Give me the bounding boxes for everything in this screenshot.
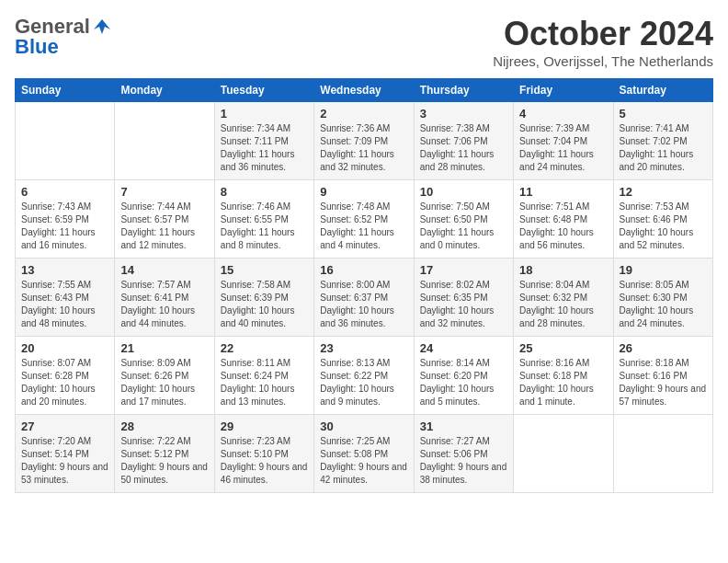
day-detail: Sunrise: 7:38 AM Sunset: 7:06 PM Dayligh… (420, 122, 507, 174)
calendar-cell: 17Sunrise: 8:02 AM Sunset: 6:35 PM Dayli… (414, 259, 513, 337)
weekday-header-row: SundayMondayTuesdayWednesdayThursdayFrid… (16, 79, 713, 102)
title-area: October 2024 Nijrees, Overijssel, The Ne… (493, 15, 713, 69)
calendar-cell: 16Sunrise: 8:00 AM Sunset: 6:37 PM Dayli… (314, 259, 414, 337)
weekday-header-wednesday: Wednesday (314, 79, 414, 102)
calendar-cell: 4Sunrise: 7:39 AM Sunset: 7:04 PM Daylig… (514, 102, 613, 180)
day-detail: Sunrise: 8:18 AM Sunset: 6:16 PM Dayligh… (620, 357, 707, 408)
day-number: 4 (519, 107, 607, 121)
day-number: 31 (420, 419, 507, 433)
weekday-header-monday: Monday (115, 79, 214, 102)
calendar-cell: 28Sunrise: 7:22 AM Sunset: 5:12 PM Dayli… (115, 415, 214, 493)
calendar-cell (613, 415, 712, 493)
header: General Blue October 2024 Nijrees, Overi… (15, 15, 713, 69)
day-number: 13 (21, 263, 108, 277)
day-number: 24 (420, 341, 507, 355)
day-number: 18 (519, 263, 607, 277)
calendar-cell: 10Sunrise: 7:50 AM Sunset: 6:50 PM Dayli… (414, 180, 513, 259)
day-detail: Sunrise: 8:02 AM Sunset: 6:35 PM Dayligh… (420, 279, 507, 330)
day-detail: Sunrise: 7:44 AM Sunset: 6:57 PM Dayligh… (120, 201, 208, 252)
calendar-week-row: 6Sunrise: 7:43 AM Sunset: 6:59 PM Daylig… (16, 180, 713, 259)
calendar-week-row: 20Sunrise: 8:07 AM Sunset: 6:28 PM Dayli… (16, 337, 713, 415)
calendar-cell: 25Sunrise: 8:16 AM Sunset: 6:18 PM Dayli… (514, 337, 613, 415)
day-number: 12 (620, 185, 707, 199)
calendar-cell: 2Sunrise: 7:36 AM Sunset: 7:09 PM Daylig… (314, 102, 414, 180)
weekday-header-tuesday: Tuesday (214, 79, 313, 102)
logo: General Blue (15, 15, 112, 59)
calendar-cell (115, 102, 214, 180)
day-number: 27 (21, 419, 108, 433)
day-detail: Sunrise: 7:27 AM Sunset: 5:06 PM Dayligh… (420, 435, 507, 487)
calendar-cell: 15Sunrise: 7:58 AM Sunset: 6:39 PM Dayli… (214, 259, 313, 337)
day-number: 22 (221, 341, 308, 355)
calendar-cell: 12Sunrise: 7:53 AM Sunset: 6:46 PM Dayli… (613, 180, 712, 259)
day-detail: Sunrise: 7:36 AM Sunset: 7:09 PM Dayligh… (320, 122, 407, 174)
day-detail: Sunrise: 8:00 AM Sunset: 6:37 PM Dayligh… (320, 279, 407, 330)
day-detail: Sunrise: 7:22 AM Sunset: 5:12 PM Dayligh… (120, 435, 208, 487)
logo-bird-icon (92, 17, 112, 37)
day-number: 8 (221, 185, 308, 199)
day-number: 11 (519, 185, 607, 199)
calendar-cell: 21Sunrise: 8:09 AM Sunset: 6:26 PM Dayli… (115, 337, 214, 415)
day-number: 1 (221, 107, 308, 121)
day-detail: Sunrise: 7:23 AM Sunset: 5:10 PM Dayligh… (221, 435, 308, 487)
day-detail: Sunrise: 7:41 AM Sunset: 7:02 PM Dayligh… (620, 122, 707, 174)
calendar-cell: 11Sunrise: 7:51 AM Sunset: 6:48 PM Dayli… (514, 180, 613, 259)
day-detail: Sunrise: 8:07 AM Sunset: 6:28 PM Dayligh… (21, 357, 108, 408)
calendar-cell: 7Sunrise: 7:44 AM Sunset: 6:57 PM Daylig… (115, 180, 214, 259)
day-number: 26 (620, 341, 707, 355)
day-number: 29 (221, 419, 308, 433)
day-detail: Sunrise: 7:57 AM Sunset: 6:41 PM Dayligh… (120, 279, 208, 330)
calendar-cell: 20Sunrise: 8:07 AM Sunset: 6:28 PM Dayli… (16, 337, 115, 415)
calendar-cell: 22Sunrise: 8:11 AM Sunset: 6:24 PM Dayli… (214, 337, 313, 415)
day-detail: Sunrise: 8:11 AM Sunset: 6:24 PM Dayligh… (221, 357, 308, 408)
day-detail: Sunrise: 7:55 AM Sunset: 6:43 PM Dayligh… (21, 279, 108, 330)
calendar-cell: 5Sunrise: 7:41 AM Sunset: 7:02 PM Daylig… (613, 102, 712, 180)
day-number: 19 (620, 263, 707, 277)
day-detail: Sunrise: 7:46 AM Sunset: 6:55 PM Dayligh… (221, 201, 308, 252)
calendar-cell: 29Sunrise: 7:23 AM Sunset: 5:10 PM Dayli… (214, 415, 313, 493)
calendar-cell: 27Sunrise: 7:20 AM Sunset: 5:14 PM Dayli… (16, 415, 115, 493)
day-detail: Sunrise: 7:20 AM Sunset: 5:14 PM Dayligh… (21, 435, 108, 487)
day-number: 9 (320, 185, 407, 199)
day-detail: Sunrise: 7:25 AM Sunset: 5:08 PM Dayligh… (320, 435, 407, 487)
calendar-cell: 8Sunrise: 7:46 AM Sunset: 6:55 PM Daylig… (214, 180, 313, 259)
day-detail: Sunrise: 7:43 AM Sunset: 6:59 PM Dayligh… (21, 201, 108, 252)
calendar-cell (16, 102, 115, 180)
day-detail: Sunrise: 8:04 AM Sunset: 6:32 PM Dayligh… (519, 279, 607, 330)
calendar-cell (514, 415, 613, 493)
calendar-week-row: 1Sunrise: 7:34 AM Sunset: 7:11 PM Daylig… (16, 102, 713, 180)
calendar-cell: 6Sunrise: 7:43 AM Sunset: 6:59 PM Daylig… (16, 180, 115, 259)
calendar-week-row: 27Sunrise: 7:20 AM Sunset: 5:14 PM Dayli… (16, 415, 713, 493)
day-number: 14 (120, 263, 208, 277)
day-number: 16 (320, 263, 407, 277)
day-number: 20 (21, 341, 108, 355)
day-number: 17 (420, 263, 507, 277)
day-number: 10 (420, 185, 507, 199)
day-detail: Sunrise: 8:13 AM Sunset: 6:22 PM Dayligh… (320, 357, 407, 408)
calendar-cell: 23Sunrise: 8:13 AM Sunset: 6:22 PM Dayli… (314, 337, 414, 415)
day-detail: Sunrise: 7:39 AM Sunset: 7:04 PM Dayligh… (519, 122, 607, 174)
day-detail: Sunrise: 7:58 AM Sunset: 6:39 PM Dayligh… (221, 279, 308, 330)
weekday-header-friday: Friday (514, 79, 613, 102)
day-number: 21 (120, 341, 208, 355)
calendar-cell: 1Sunrise: 7:34 AM Sunset: 7:11 PM Daylig… (214, 102, 313, 180)
day-detail: Sunrise: 8:16 AM Sunset: 6:18 PM Dayligh… (519, 357, 607, 408)
calendar-cell: 19Sunrise: 8:05 AM Sunset: 6:30 PM Dayli… (613, 259, 712, 337)
calendar-cell: 9Sunrise: 7:48 AM Sunset: 6:52 PM Daylig… (314, 180, 414, 259)
day-detail: Sunrise: 8:14 AM Sunset: 6:20 PM Dayligh… (420, 357, 507, 408)
day-detail: Sunrise: 8:05 AM Sunset: 6:30 PM Dayligh… (620, 279, 707, 330)
weekday-header-saturday: Saturday (613, 79, 712, 102)
day-number: 25 (519, 341, 607, 355)
day-number: 23 (320, 341, 407, 355)
calendar-table: SundayMondayTuesdayWednesdayThursdayFrid… (15, 78, 713, 493)
calendar-cell: 30Sunrise: 7:25 AM Sunset: 5:08 PM Dayli… (314, 415, 414, 493)
calendar-cell: 3Sunrise: 7:38 AM Sunset: 7:06 PM Daylig… (414, 102, 513, 180)
day-number: 6 (21, 185, 108, 199)
calendar-week-row: 13Sunrise: 7:55 AM Sunset: 6:43 PM Dayli… (16, 259, 713, 337)
weekday-header-sunday: Sunday (16, 79, 115, 102)
location-title: Nijrees, Overijssel, The Netherlands (493, 53, 713, 69)
weekday-header-thursday: Thursday (414, 79, 513, 102)
day-detail: Sunrise: 8:09 AM Sunset: 6:26 PM Dayligh… (120, 357, 208, 408)
day-detail: Sunrise: 7:34 AM Sunset: 7:11 PM Dayligh… (221, 122, 308, 174)
calendar-cell: 13Sunrise: 7:55 AM Sunset: 6:43 PM Dayli… (16, 259, 115, 337)
